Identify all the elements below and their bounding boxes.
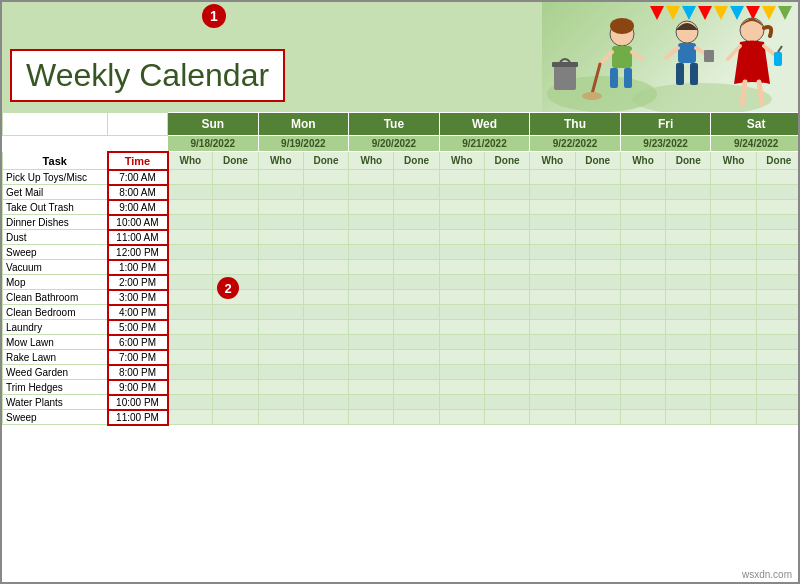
- day-cell[interactable]: [530, 395, 575, 410]
- day-cell[interactable]: [349, 335, 394, 350]
- day-cell[interactable]: [168, 365, 213, 380]
- day-cell[interactable]: [258, 260, 303, 275]
- day-cell[interactable]: [168, 410, 213, 425]
- day-cell[interactable]: [756, 320, 800, 335]
- day-cell[interactable]: [303, 245, 348, 260]
- day-cell[interactable]: [484, 290, 529, 305]
- day-cell[interactable]: [575, 350, 620, 365]
- day-cell[interactable]: [349, 170, 394, 185]
- day-cell[interactable]: [213, 395, 258, 410]
- day-cell[interactable]: [530, 185, 575, 200]
- day-cell[interactable]: [303, 365, 348, 380]
- day-cell[interactable]: [213, 380, 258, 395]
- day-cell[interactable]: [756, 200, 800, 215]
- day-cell[interactable]: [575, 200, 620, 215]
- day-cell[interactable]: [213, 170, 258, 185]
- day-cell[interactable]: [439, 215, 484, 230]
- day-cell[interactable]: [484, 215, 529, 230]
- day-cell[interactable]: [258, 185, 303, 200]
- day-cell[interactable]: [711, 395, 756, 410]
- day-cell[interactable]: [711, 305, 756, 320]
- day-cell[interactable]: [756, 260, 800, 275]
- day-cell[interactable]: [711, 335, 756, 350]
- day-cell[interactable]: [530, 200, 575, 215]
- day-cell[interactable]: [666, 170, 711, 185]
- day-cell[interactable]: [620, 275, 665, 290]
- day-cell[interactable]: [620, 350, 665, 365]
- day-cell[interactable]: [394, 290, 439, 305]
- day-cell[interactable]: [666, 305, 711, 320]
- day-cell[interactable]: [213, 410, 258, 425]
- day-cell[interactable]: [394, 335, 439, 350]
- day-cell[interactable]: [484, 305, 529, 320]
- day-cell[interactable]: [258, 275, 303, 290]
- day-cell[interactable]: [303, 170, 348, 185]
- day-cell[interactable]: [575, 185, 620, 200]
- day-cell[interactable]: [620, 320, 665, 335]
- day-cell[interactable]: [711, 350, 756, 365]
- day-cell[interactable]: [394, 215, 439, 230]
- day-cell[interactable]: [711, 215, 756, 230]
- day-cell[interactable]: [394, 245, 439, 260]
- day-cell[interactable]: [349, 185, 394, 200]
- day-cell[interactable]: [711, 185, 756, 200]
- day-cell[interactable]: [575, 230, 620, 245]
- day-cell[interactable]: [349, 350, 394, 365]
- day-cell[interactable]: [530, 245, 575, 260]
- day-cell[interactable]: [484, 335, 529, 350]
- day-cell[interactable]: [756, 350, 800, 365]
- day-cell[interactable]: [711, 200, 756, 215]
- day-cell[interactable]: [303, 410, 348, 425]
- day-cell[interactable]: [530, 260, 575, 275]
- day-cell[interactable]: [530, 380, 575, 395]
- day-cell[interactable]: [394, 410, 439, 425]
- day-cell[interactable]: [213, 200, 258, 215]
- day-cell[interactable]: [168, 335, 213, 350]
- day-cell[interactable]: [168, 245, 213, 260]
- day-cell[interactable]: [620, 290, 665, 305]
- day-cell[interactable]: [575, 380, 620, 395]
- day-cell[interactable]: [530, 350, 575, 365]
- day-cell[interactable]: [213, 365, 258, 380]
- day-cell[interactable]: [168, 185, 213, 200]
- day-cell[interactable]: [575, 395, 620, 410]
- day-cell[interactable]: [484, 245, 529, 260]
- day-cell[interactable]: [258, 365, 303, 380]
- day-cell[interactable]: [484, 380, 529, 395]
- day-cell[interactable]: [394, 200, 439, 215]
- day-cell[interactable]: [349, 230, 394, 245]
- day-cell[interactable]: [666, 185, 711, 200]
- day-cell[interactable]: [303, 305, 348, 320]
- day-cell[interactable]: [530, 230, 575, 245]
- day-cell[interactable]: [666, 200, 711, 215]
- day-cell[interactable]: [168, 290, 213, 305]
- day-cell[interactable]: [530, 275, 575, 290]
- day-cell[interactable]: [666, 275, 711, 290]
- day-cell[interactable]: [666, 380, 711, 395]
- day-cell[interactable]: [666, 320, 711, 335]
- day-cell[interactable]: [168, 215, 213, 230]
- day-cell[interactable]: [575, 290, 620, 305]
- day-cell[interactable]: [439, 365, 484, 380]
- day-cell[interactable]: [439, 245, 484, 260]
- day-cell[interactable]: [530, 170, 575, 185]
- day-cell[interactable]: [711, 275, 756, 290]
- day-cell[interactable]: [213, 260, 258, 275]
- day-cell[interactable]: [620, 185, 665, 200]
- day-cell[interactable]: [168, 305, 213, 320]
- day-cell[interactable]: [530, 305, 575, 320]
- day-cell[interactable]: [711, 410, 756, 425]
- day-cell[interactable]: [303, 290, 348, 305]
- day-cell[interactable]: [258, 380, 303, 395]
- day-cell[interactable]: [530, 335, 575, 350]
- day-cell[interactable]: [666, 365, 711, 380]
- day-cell[interactable]: [439, 275, 484, 290]
- day-cell[interactable]: [303, 215, 348, 230]
- day-cell[interactable]: [756, 305, 800, 320]
- day-cell[interactable]: [530, 320, 575, 335]
- day-cell[interactable]: [258, 230, 303, 245]
- day-cell[interactable]: [756, 215, 800, 230]
- day-cell[interactable]: [258, 350, 303, 365]
- day-cell[interactable]: [666, 410, 711, 425]
- day-cell[interactable]: [168, 230, 213, 245]
